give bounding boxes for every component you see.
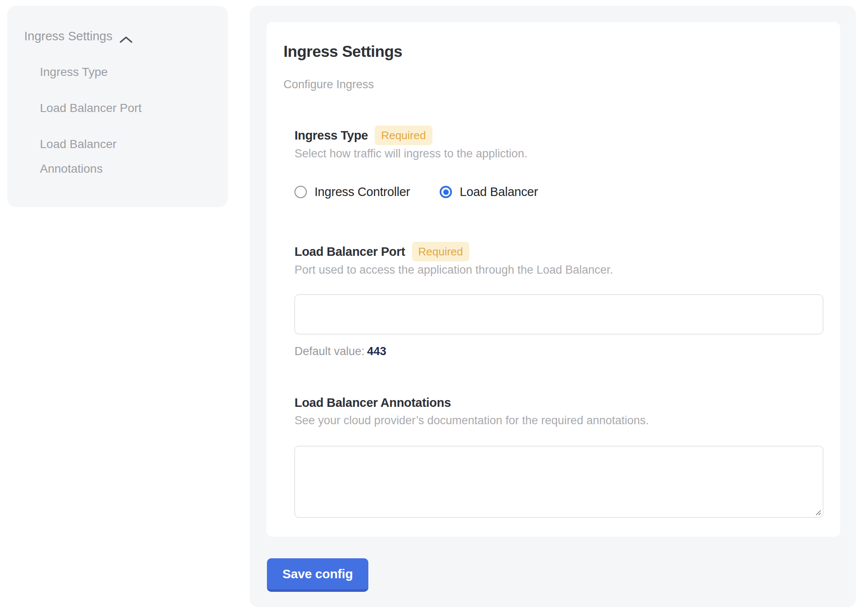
section-ingress-type: Ingress Type Required Select how traffic…	[295, 125, 823, 199]
required-badge: Required	[412, 242, 470, 261]
sidebar-item-ingress-type[interactable]: Ingress Type	[40, 60, 167, 84]
sidebar-group-label: Ingress Settings	[24, 29, 112, 43]
screen: Ingress Settings Ingress Type Load Balan…	[0, 0, 864, 616]
ingress-settings-card: Ingress Settings Configure Ingress Ingre…	[266, 22, 840, 537]
default-value-label: Default value:	[295, 345, 365, 358]
lb-port-label-row: Load Balancer Port Required	[295, 241, 823, 262]
chevron-up-icon	[119, 32, 133, 40]
config-sidebar: Ingress Settings Ingress Type Load Balan…	[7, 6, 228, 207]
section-load-balancer-port: Load Balancer Port Required Port used to…	[295, 241, 823, 358]
config-panel: Ingress Settings Configure Ingress Ingre…	[250, 6, 856, 607]
radio-option-load-balancer[interactable]: Load Balancer	[440, 185, 538, 199]
lb-port-label: Load Balancer Port	[295, 245, 405, 259]
resize-handle-icon[interactable]	[813, 507, 822, 516]
lb-port-default-line: Default value:443	[295, 344, 823, 358]
ingress-type-label: Ingress Type	[295, 129, 368, 143]
radio-label-load-balancer: Load Balancer	[460, 185, 538, 199]
radio-label-ingress-controller: Ingress Controller	[314, 185, 410, 199]
ingress-type-label-row: Ingress Type Required	[295, 125, 823, 146]
ingress-type-description: Select how traffic will ingress to the a…	[295, 147, 823, 160]
load-balancer-annotations-textarea[interactable]	[295, 446, 823, 518]
sidebar-item-list: Ingress Type Load Balancer Port Load Bal…	[40, 60, 211, 181]
lb-annotations-textarea-wrap	[295, 446, 823, 518]
ingress-type-radio-group: Ingress Controller Load Balancer	[295, 185, 823, 199]
sidebar-group-ingress-settings[interactable]: Ingress Settings	[24, 29, 211, 43]
lb-annotations-label-row: Load Balancer Annotations	[295, 395, 823, 410]
load-balancer-port-input[interactable]	[295, 294, 823, 334]
page-title: Ingress Settings	[283, 43, 823, 60]
radio-load-balancer[interactable]	[440, 186, 452, 198]
lb-annotations-label: Load Balancer Annotations	[295, 396, 451, 410]
save-config-button[interactable]: Save config	[267, 558, 368, 592]
required-badge: Required	[375, 126, 432, 145]
page-subtitle: Configure Ingress	[283, 78, 823, 91]
sidebar-item-load-balancer-port[interactable]: Load Balancer Port	[40, 96, 167, 120]
lb-annotations-description: See your cloud provider’s documentation …	[295, 414, 823, 427]
section-load-balancer-annotations: Load Balancer Annotations See your cloud…	[295, 395, 823, 518]
sidebar-item-load-balancer-annotations[interactable]: Load Balancer Annotations	[40, 132, 167, 181]
lb-port-description: Port used to access the application thro…	[295, 263, 823, 277]
radio-ingress-controller[interactable]	[295, 186, 307, 198]
radio-option-ingress-controller[interactable]: Ingress Controller	[295, 185, 410, 199]
form-sections: Ingress Type Required Select how traffic…	[295, 125, 823, 518]
default-value: 443	[367, 345, 386, 358]
